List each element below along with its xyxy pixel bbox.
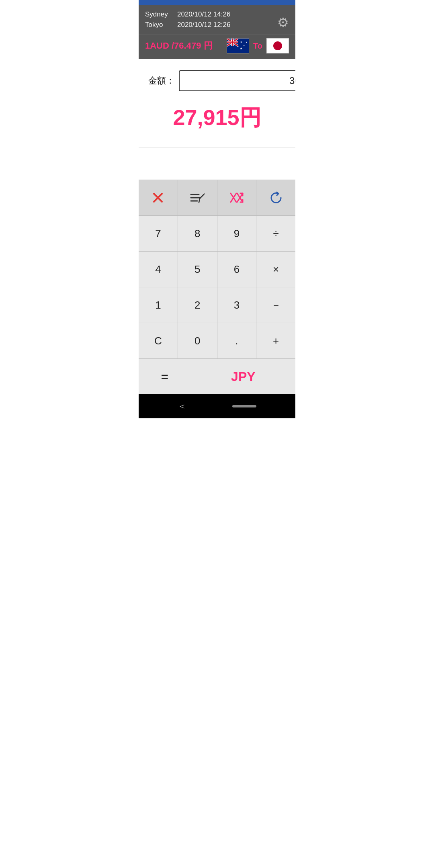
key-3[interactable]: 3 — [217, 287, 257, 323]
flag-container: ★ ★ ★ ★ ★ To — [227, 38, 289, 53]
key-subtract[interactable]: － — [256, 287, 295, 323]
key-shuffle[interactable] — [217, 180, 257, 215]
aud-flag[interactable]: ★ ★ ★ ★ ★ — [227, 38, 249, 53]
keypad-row-equals: = JPY — [139, 358, 295, 394]
sydney-city: Sydney — [145, 10, 173, 18]
jpy-flag-circle — [273, 41, 282, 50]
converter: 金額： AUD 27,915円 — [139, 59, 295, 147]
jpy-flag[interactable] — [266, 38, 289, 53]
status-bar — [139, 0, 295, 5]
to-label: To — [253, 41, 262, 51]
sydney-time-row: Sydney 2020/10/12 14:26 — [145, 10, 230, 18]
svg-rect-8 — [227, 41, 238, 43]
keypad-special-row — [139, 180, 295, 215]
keypad-row-789: 7 8 9 ÷ — [139, 215, 295, 251]
tokyo-datetime: 2020/10/12 12:26 — [177, 21, 230, 29]
key-jpy[interactable]: JPY — [191, 359, 295, 394]
key-add[interactable]: + — [256, 323, 295, 358]
rate-bar: 1AUD /76.479 円 — [139, 35, 295, 59]
svg-text:★: ★ — [240, 41, 242, 43]
spacer — [139, 147, 295, 180]
key-1[interactable]: 1 — [139, 287, 178, 323]
bottom-nav: ＜ — [139, 394, 295, 418]
exchange-rate: 1AUD /76.479 円 — [145, 40, 213, 52]
key-5[interactable]: 5 — [178, 252, 217, 287]
key-refresh[interactable] — [256, 180, 295, 215]
amount-row: 金額： AUD — [148, 70, 286, 91]
key-clear[interactable]: C — [139, 323, 178, 358]
key-0[interactable]: 0 — [178, 323, 217, 358]
keypad-row-456: 4 5 6 × — [139, 251, 295, 287]
key-divide[interactable]: ÷ — [256, 216, 295, 251]
svg-line-19 — [200, 194, 204, 199]
key-multiply[interactable]: × — [256, 252, 295, 287]
key-delete[interactable] — [139, 180, 178, 215]
svg-text:★: ★ — [240, 47, 242, 50]
key-edit[interactable] — [178, 180, 217, 215]
key-9[interactable]: 9 — [217, 216, 257, 251]
key-7[interactable]: 7 — [139, 216, 178, 251]
header-times: Sydney 2020/10/12 14:26 Tokyo 2020/10/12… — [145, 10, 230, 29]
svg-line-21 — [204, 194, 205, 194]
amount-input[interactable] — [179, 70, 295, 91]
result-row: 27,915円 — [148, 100, 286, 140]
key-8[interactable]: 8 — [178, 216, 217, 251]
key-decimal[interactable]: . — [217, 323, 257, 358]
key-6[interactable]: 6 — [217, 252, 257, 287]
sydney-datetime: 2020/10/12 14:26 — [177, 10, 230, 18]
key-2[interactable]: 2 — [178, 287, 217, 323]
tokyo-city: Tokyo — [145, 21, 173, 29]
settings-icon[interactable]: ⚙ — [277, 16, 289, 29]
amount-label: 金額： — [148, 75, 175, 87]
keypad-row-c0: C 0 . + — [139, 323, 295, 358]
home-indicator[interactable] — [232, 405, 256, 407]
svg-line-20 — [199, 199, 200, 203]
key-equals[interactable]: = — [139, 359, 191, 394]
back-button[interactable]: ＜ — [178, 400, 186, 412]
header: Sydney 2020/10/12 14:26 Tokyo 2020/10/12… — [139, 5, 295, 35]
keypad-row-123: 1 2 3 － — [139, 287, 295, 323]
keypad: 7 8 9 ÷ 4 5 6 × 1 2 3 － C 0 . + = JPY — [139, 180, 295, 394]
tokyo-time-row: Tokyo 2020/10/12 12:26 — [145, 21, 230, 29]
key-4[interactable]: 4 — [139, 252, 178, 287]
result-value: 27,915円 — [173, 105, 261, 129]
